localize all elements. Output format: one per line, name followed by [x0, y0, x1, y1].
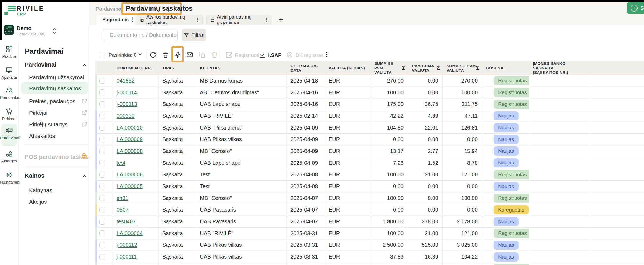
row-checkbox[interactable] [99, 230, 105, 236]
sidebar-item-kainynas[interactable]: Kainynas [29, 187, 52, 194]
tab-atviros-pardavimu-saskaitos[interactable]: Atviros pardavimų sąskaitos [136, 15, 203, 25]
sigma-sum-icon[interactable]: Σ [436, 66, 440, 70]
sidebar-item-personalas[interactable]: Personalas [0, 86, 18, 100]
document-number-link[interactable]: LAI000005 [117, 183, 143, 189]
document-number-link[interactable]: sh01 [117, 195, 128, 201]
table-row[interactable]: LAI000004SąskaitaUAB "RIVILĖ"2025-03-31E… [95, 228, 644, 239]
section-title-pardavimai[interactable]: Pardavimai [25, 61, 56, 68]
sidebar-item-akcijos[interactable]: Akcijos [29, 199, 47, 205]
table-row[interactable]: testSąskaitaUAB Lapė snapė2025-04-09EUR7… [95, 157, 644, 169]
chevron-up-icon[interactable] [82, 173, 89, 180]
column-header[interactable]: PVM SUMA VALIUTAΣ [408, 61, 443, 75]
sidebar-item-pardavimu-uzsakymai[interactable]: Pardavimų užsakymai [29, 74, 84, 81]
sigma-sum-icon[interactable]: Σ [476, 66, 480, 70]
table-row[interactable]: LAI000010SąskaitaUAB "Pilka diena"2025-0… [95, 122, 644, 134]
tab-menu-icon[interactable] [197, 17, 199, 23]
row-checkbox[interactable] [99, 219, 105, 225]
document-number-link[interactable]: 000339 [117, 113, 135, 119]
document-number-link[interactable]: 0507 [117, 207, 129, 213]
isaf-button[interactable]: i.SAF [268, 52, 281, 58]
create-button[interactable]: + Suk [627, 2, 644, 14]
tab-pagrindinis[interactable]: Pagrindinis [96, 15, 134, 25]
column-header[interactable]: SUMA SU PVM VALIUTAΣ [443, 61, 482, 75]
row-checkbox[interactable] [99, 195, 105, 201]
sidebar-item-pradzia[interactable]: Pradžia [0, 45, 18, 59]
document-number-link[interactable]: j-000113 [117, 101, 137, 107]
workspace-switcher-icon[interactable] [52, 28, 58, 35]
table-row[interactable]: LAI000008SąskaitaMB "Censeo"2025-04-09EU… [95, 145, 644, 157]
refresh-button[interactable] [149, 51, 157, 59]
table-row[interactable]: tes0407SąskaitaUAB Pavasaris2025-04-07EU… [95, 216, 644, 228]
sigma-sum-icon[interactable]: Σ [402, 66, 405, 70]
sidebar-item-pirkeju-sutartys[interactable]: Pirkėjų sutartys [29, 121, 68, 128]
document-number-link[interactable]: LAI000004 [117, 230, 143, 236]
chevron-down-icon[interactable] [138, 52, 143, 57]
flash-action-button[interactable] [174, 51, 182, 59]
row-checkbox[interactable] [99, 207, 105, 213]
sidebar-item-apskaita[interactable]: Apskaita [0, 66, 18, 80]
table-row[interactable]: sh01SąskaitaMB "Censeo"2025-04-07EUR100.… [95, 192, 644, 204]
document-number-link[interactable]: test [117, 160, 125, 166]
workspace-avatar[interactable]: RIVILE ERP data [4, 25, 14, 35]
register-button[interactable]: Registruoti [235, 52, 259, 58]
column-header[interactable] [589, 61, 644, 75]
row-checkbox[interactable] [99, 137, 105, 142]
sidebar-item-prekes-paslaugos[interactable]: Prekės, paslaugos [29, 98, 75, 105]
dk-registras-button[interactable]: DK registras [296, 52, 324, 58]
column-header[interactable]: OPERACIJOS DATA [287, 61, 325, 75]
table-row[interactable]: j-000112SąskaitaUAB Pilkas vilkas2025-03… [95, 239, 644, 251]
sidebar-item-pardavimu-saskaitos[interactable]: Pardavimų sąskaitos [29, 85, 81, 92]
column-header[interactable]: VALIUTA (KODAS) [325, 61, 370, 75]
column-header[interactable]: ĮMONĖS BANKO SĄSKAITA (SĄSKAITOS NR.) [529, 61, 589, 75]
selected-count-label[interactable]: Pasirinkta: 0 [109, 52, 137, 58]
column-header[interactable]: DOKUMENTO NR. [113, 61, 159, 75]
row-checkbox[interactable] [99, 101, 105, 107]
chevron-up-icon[interactable] [82, 62, 89, 69]
row-checkbox[interactable] [99, 184, 105, 189]
filter-button[interactable]: Filtrai [182, 29, 206, 41]
document-number-link[interactable]: 041852 [117, 78, 135, 84]
sidebar-item-pardavimai[interactable]: Pardavimai [0, 127, 18, 140]
row-checkbox[interactable] [99, 78, 105, 84]
toolbar-more-button[interactable] [326, 52, 328, 58]
search-input[interactable]: Dokumento nr. / Dokumento kli [103, 29, 178, 41]
table-row[interactable]: 041852SąskaitaMB Darnus kūnas2025-04-18E… [95, 75, 644, 87]
document-number-link[interactable]: LAI000008 [117, 148, 143, 154]
sidebar-item-ataskaitos[interactable]: Ataskaitos [29, 133, 55, 139]
table-row[interactable]: LAI000006SąskaitaTest2025-04-08EUR100.00… [95, 169, 644, 181]
document-number-link[interactable]: j-000114 [117, 89, 137, 95]
document-number-link[interactable]: j-000111 [117, 254, 137, 260]
document-number-link[interactable]: tes0407 [117, 219, 136, 224]
table-row[interactable]: j-000110SąskaitaAB "Lietuvos draudimas"2… [95, 263, 644, 265]
document-number-link[interactable]: LAI000006 [117, 171, 143, 177]
sidebar-item-pirkejai[interactable]: Pirkėjai [29, 110, 48, 116]
row-checkbox[interactable] [99, 242, 105, 248]
tab-menu-icon[interactable] [265, 17, 268, 23]
select-all-checkbox[interactable] [99, 52, 105, 58]
row-checkbox[interactable] [99, 113, 105, 119]
column-header[interactable]: SUMA BE PVM VALIUTAΣ [370, 61, 408, 75]
tab-atviri-pardavimu-grazinimai[interactable]: Atviri pardavimų grąžinimai [206, 15, 271, 25]
sidebar-item-nustatymai[interactable]: Nustatymai [0, 171, 18, 184]
column-header[interactable]: TIPAS [159, 61, 196, 75]
tab-menu-icon[interactable] [131, 17, 133, 23]
delete-button[interactable] [211, 51, 218, 59]
document-number-link[interactable]: j-000112 [117, 242, 137, 248]
sidebar-item-pirkimai[interactable]: Pirkimai [0, 108, 18, 121]
column-header[interactable] [95, 61, 113, 75]
sidebar-item-atsargos[interactable]: Atsargos [0, 150, 18, 163]
row-checkbox[interactable] [99, 160, 105, 166]
add-tab-button[interactable]: + [277, 16, 285, 24]
row-checkbox[interactable] [99, 125, 105, 131]
document-number-link[interactable]: LAI000010 [117, 125, 143, 131]
section-title-kainos[interactable]: Kainos [25, 172, 44, 179]
row-checkbox[interactable] [99, 172, 105, 178]
table-row[interactable]: 0507SąskaitaUAB Pavasaris2025-04-07EUR0.… [95, 204, 644, 216]
table-row[interactable]: j-000113SąskaitaUAB Lapė snapė2025-04-16… [95, 98, 644, 110]
row-checkbox[interactable] [99, 89, 105, 95]
table-row[interactable]: j-000111SąskaitaUAB Pilkas vilkas2025-03… [95, 251, 644, 263]
email-button[interactable] [186, 51, 193, 59]
document-number-link[interactable]: LAI000009 [117, 136, 143, 142]
table-row[interactable]: j-000114SąskaitaAB "Lietuvos draudimas"2… [95, 87, 644, 99]
column-header[interactable]: KLIENTAS [196, 61, 287, 75]
